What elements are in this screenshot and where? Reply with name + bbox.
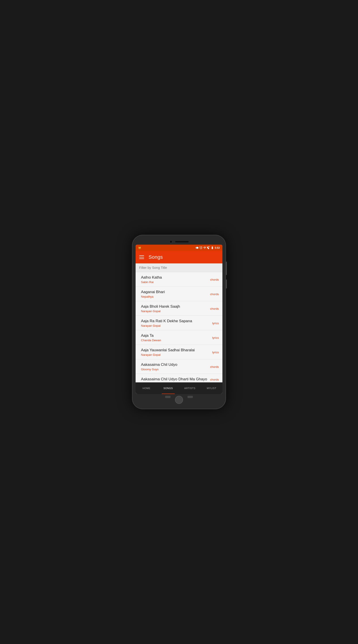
status-bar: 😸 <box>136 245 222 251</box>
song-title: Aaja Ra Rati K Dekhe Sapana <box>141 319 208 323</box>
song-item[interactable]: Aaja Ra Rati K Dekhe Sapana Narayan Gopa… <box>136 316 222 330</box>
hamburger-line-3 <box>139 258 144 259</box>
song-type-badge: chords <box>208 365 219 368</box>
song-item[interactable]: Aakasaima Chil Udyo Dharti Ma Ghayo chor… <box>136 374 222 382</box>
nav-label: MYLIST <box>207 387 216 390</box>
hamburger-line-1 <box>139 255 144 256</box>
alarm-icon <box>199 246 202 249</box>
song-item[interactable]: Aaja Bholi Harek Saajh Narayan Gopal cho… <box>136 301 222 316</box>
camera <box>169 240 173 243</box>
song-list: Aafno Katha Sabin Rai chords Aaganai Bha… <box>136 272 222 382</box>
song-type-badge: chords <box>208 378 219 381</box>
nav-item-songs[interactable]: SONGS <box>157 382 179 394</box>
song-type-badge: lyrics <box>208 336 219 340</box>
song-item[interactable]: Aakasaima Chil Udyo Gloomy Guys chords <box>136 359 222 374</box>
vibrate-icon <box>196 246 199 249</box>
song-info: Aaja Ta Chanda Dewan <box>141 334 208 342</box>
song-info: Aakasaima Chil Udyo Gloomy Guys <box>141 362 208 371</box>
song-info: Aaganai Bhari Nepathya <box>141 290 208 298</box>
nav-item-mylist[interactable]: MYLIST <box>201 382 222 394</box>
speaker <box>175 241 189 242</box>
song-title: Aakasaima Chil Udyo <box>141 362 208 367</box>
song-artist: Narayan Gopal <box>141 324 208 327</box>
phone-bottom-bar <box>136 394 222 406</box>
filter-input[interactable] <box>139 266 219 270</box>
time-display: 5:53 <box>215 246 220 249</box>
song-info: Aafno Katha Sabin Rai <box>141 275 208 284</box>
nav-label: SONGS <box>163 387 173 390</box>
status-left: 😸 <box>138 247 141 249</box>
power-button <box>226 280 227 288</box>
status-right: 5:53 <box>196 246 220 249</box>
recents-button[interactable] <box>187 396 193 398</box>
song-artist: Narayan Gopal <box>141 353 208 356</box>
phone-top-bar <box>136 238 222 245</box>
song-artist: Gloomy Guys <box>141 368 208 371</box>
nav-label: HOME <box>143 387 150 390</box>
app-bar: Songs <box>136 251 222 264</box>
song-title: Aafno Katha <box>141 275 208 280</box>
nav-item-artists[interactable]: ARTISTS <box>179 382 201 394</box>
song-title: Aaja Yauwanlai Sadhai Bharalai <box>141 348 208 352</box>
song-info: Aakasaima Chil Udyo Dharti Ma Ghayo <box>141 377 208 382</box>
phone-screen: 😸 <box>136 245 222 394</box>
nav-label: ARTISTS <box>184 387 196 390</box>
song-item[interactable]: Aaganai Bhari Nepathya chords <box>136 287 222 301</box>
song-title: Aaja Bholi Harek Saajh <box>141 304 208 309</box>
volume-button <box>226 262 227 275</box>
status-icons <box>196 246 214 249</box>
app-title: Songs <box>149 254 163 260</box>
filter-bar <box>136 264 222 272</box>
song-title: Aakasaima Chil Udyo Dharti Ma Ghayo <box>141 377 208 382</box>
hamburger-line-2 <box>139 257 144 258</box>
song-type-badge: chords <box>208 307 219 310</box>
battery-icon <box>211 246 214 249</box>
song-info: Aaja Yauwanlai Sadhai Bharalai Narayan G… <box>141 348 208 356</box>
home-button[interactable] <box>175 396 183 404</box>
signal-icon <box>207 246 210 249</box>
song-type-badge: chords <box>208 278 219 281</box>
song-info: Aaja Bholi Harek Saajh Narayan Gopal <box>141 304 208 313</box>
nav-item-home[interactable]: HOME <box>136 382 157 394</box>
notification-icon: 😸 <box>138 247 141 249</box>
song-artist: Sabin Rai <box>141 280 208 284</box>
song-type-badge: lyrics <box>208 350 219 354</box>
song-artist: Nepathya <box>141 295 208 298</box>
back-button[interactable] <box>165 396 171 398</box>
song-title: Aaganai Bhari <box>141 290 208 294</box>
wifi-icon <box>203 246 206 249</box>
song-title: Aaja Ta <box>141 334 208 338</box>
song-info: Aaja Ra Rati K Dekhe Sapana Narayan Gopa… <box>141 319 208 327</box>
song-artist: Narayan Gopal <box>141 310 208 313</box>
song-item[interactable]: Aafno Katha Sabin Rai chords <box>136 272 222 287</box>
bottom-nav: HOMESONGSARTISTSMYLIST <box>136 382 222 394</box>
song-type-badge: lyrics <box>208 322 219 325</box>
menu-button[interactable] <box>139 255 144 259</box>
song-artist: Chanda Dewan <box>141 338 208 342</box>
song-type-badge: chords <box>208 292 219 296</box>
phone-frame: 😸 <box>132 235 226 409</box>
song-item[interactable]: Aaja Yauwanlai Sadhai Bharalai Narayan G… <box>136 345 222 359</box>
song-item[interactable]: Aaja Ta Chanda Dewan lyrics <box>136 330 222 345</box>
